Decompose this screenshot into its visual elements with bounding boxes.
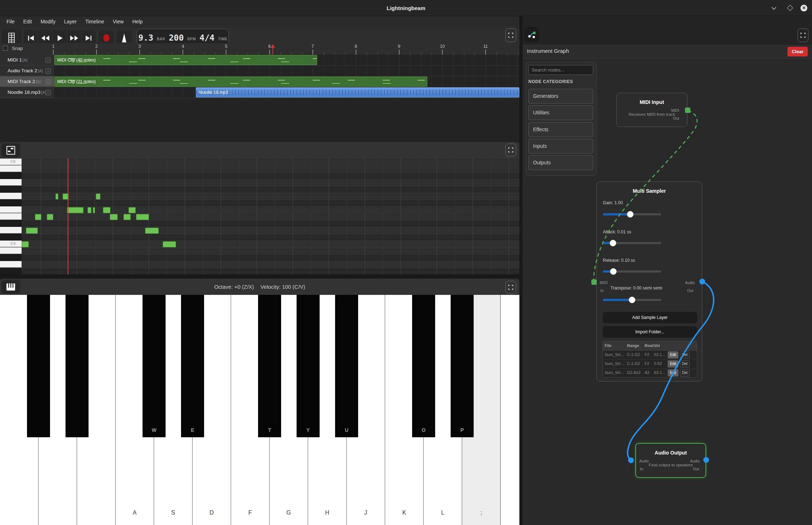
roll-key-B3[interactable] bbox=[0, 247, 22, 254]
delete-sample-button[interactable]: Del bbox=[680, 369, 690, 376]
midi-note[interactable] bbox=[47, 214, 53, 220]
track-minus-button[interactable]: - bbox=[45, 90, 51, 95]
transpose-slider[interactable] bbox=[603, 299, 661, 301]
release-slider[interactable] bbox=[603, 270, 661, 273]
roll-key-F4[interactable] bbox=[0, 206, 22, 213]
piano-roll-fullscreen-button[interactable] bbox=[505, 143, 516, 156]
midi-note[interactable] bbox=[55, 193, 58, 200]
midi-note[interactable] bbox=[26, 228, 38, 234]
roll-playhead[interactable] bbox=[68, 158, 68, 274]
black-key-P[interactable]: P bbox=[451, 295, 474, 437]
roll-key-C4[interactable]: C4 bbox=[0, 241, 22, 247]
roll-key-G4[interactable] bbox=[0, 193, 22, 199]
roll-key-A#4[interactable] bbox=[0, 172, 22, 179]
menu-item-file[interactable]: File bbox=[6, 19, 15, 24]
black-key-Y[interactable]: Y bbox=[297, 295, 320, 437]
menu-item-view[interactable]: View bbox=[113, 19, 123, 24]
sampler-midi-in-port[interactable] bbox=[591, 279, 597, 285]
black-key[interactable] bbox=[27, 295, 50, 437]
black-key-E[interactable]: E bbox=[181, 295, 204, 437]
midi-note[interactable] bbox=[123, 214, 131, 220]
midi-note[interactable] bbox=[128, 207, 136, 213]
roll-key-A3[interactable] bbox=[0, 261, 22, 268]
roll-key-E4[interactable] bbox=[0, 213, 22, 220]
track-minus-button[interactable]: - bbox=[45, 58, 51, 63]
piano-roll[interactable]: C5C4 bbox=[0, 158, 519, 274]
timeline-fullscreen-button[interactable] bbox=[505, 28, 516, 42]
edit-sample-button[interactable]: Edit bbox=[668, 369, 678, 376]
black-key-T[interactable]: T bbox=[258, 295, 281, 437]
roll-key-F#4[interactable] bbox=[0, 200, 22, 206]
audio-output-in-port[interactable] bbox=[628, 457, 634, 463]
snap-checkbox[interactable] bbox=[3, 46, 8, 51]
add-sample-layer-button[interactable]: Add Sample Layer bbox=[603, 312, 697, 323]
timeline-tracks-area[interactable]: MIDI 1[A]-Audio Track 2[A]-MIDI Track 2[… bbox=[0, 55, 519, 142]
black-key[interactable] bbox=[66, 295, 89, 437]
menu-item-modify[interactable]: Modify bbox=[41, 19, 55, 24]
midi-note[interactable] bbox=[145, 228, 159, 234]
roll-key-D#4[interactable] bbox=[0, 220, 22, 227]
midi-note[interactable] bbox=[110, 214, 118, 220]
track-header-2[interactable]: Audio Track 2[A]- bbox=[0, 65, 54, 76]
midi-clip[interactable]: MIDI Clip (40 notes) bbox=[54, 55, 317, 65]
roll-key-D4[interactable] bbox=[0, 227, 22, 233]
midi-input-node[interactable]: MIDI Input Receives MIDI from track MIDI… bbox=[616, 93, 687, 127]
gain-slider[interactable] bbox=[603, 213, 661, 215]
midi-note[interactable] bbox=[67, 207, 84, 213]
keyboard-fullscreen-button[interactable] bbox=[505, 281, 516, 294]
attack-slider[interactable] bbox=[603, 242, 661, 244]
virtual-keyboard[interactable]: ASDFGHJKL;WETYUOP bbox=[0, 295, 519, 525]
category-effects[interactable]: Effects bbox=[528, 122, 593, 137]
delete-sample-button[interactable]: Del bbox=[680, 360, 690, 368]
import-folder-button[interactable]: Import Folder... bbox=[603, 326, 697, 338]
menu-item-edit[interactable]: Edit bbox=[23, 19, 32, 24]
track-header-1[interactable]: MIDI 1[A]- bbox=[0, 55, 54, 65]
search-input[interactable] bbox=[528, 65, 593, 75]
menu-item-timeline[interactable]: Timeline bbox=[85, 19, 104, 24]
menu-item-help[interactable]: Help bbox=[132, 19, 143, 24]
midi-note[interactable] bbox=[163, 241, 176, 247]
track-minus-button[interactable]: - bbox=[45, 79, 51, 85]
track-minus-button[interactable]: - bbox=[45, 68, 51, 74]
roll-key-G#3[interactable] bbox=[0, 268, 22, 274]
piano-roll-icon-button[interactable] bbox=[1, 143, 20, 157]
multi-sampler-node[interactable]: Multi Sampler Gain: 1.00 Attack: 0.01 ss… bbox=[596, 182, 702, 382]
minimize-icon[interactable] bbox=[770, 5, 777, 12]
close-icon[interactable]: ✕ bbox=[800, 5, 808, 12]
category-inputs[interactable]: Inputs bbox=[528, 139, 593, 154]
roll-key-A4[interactable] bbox=[0, 179, 22, 186]
midi-note[interactable] bbox=[93, 207, 95, 213]
roll-key-B4[interactable] bbox=[0, 165, 22, 172]
node-graph-tab-button[interactable] bbox=[524, 27, 540, 42]
midi-note[interactable] bbox=[103, 207, 110, 213]
audio-clip[interactable]: Noodle 18.mp3 bbox=[196, 87, 519, 97]
maximize-icon[interactable] bbox=[787, 5, 794, 12]
delete-sample-button[interactable]: Del bbox=[680, 351, 690, 359]
midi-note[interactable] bbox=[22, 241, 29, 247]
edit-sample-button[interactable]: Edit bbox=[668, 360, 678, 368]
category-utilities[interactable]: Utilities bbox=[528, 105, 593, 120]
audio-output-node[interactable]: Audio Output Final output to speakers Au… bbox=[635, 443, 706, 478]
edit-sample-button[interactable]: Edit bbox=[668, 351, 678, 359]
sampler-audio-out-port[interactable] bbox=[699, 279, 705, 284]
black-key-W[interactable]: W bbox=[143, 295, 166, 437]
track-header-3[interactable]: MIDI Track 2[A]- bbox=[0, 76, 54, 87]
midi-clip[interactable]: MIDI Clip (21 notes) bbox=[54, 77, 427, 87]
keyboard-icon-button[interactable] bbox=[1, 280, 20, 294]
midi-note[interactable] bbox=[35, 214, 41, 220]
category-generators[interactable]: Generators bbox=[528, 89, 593, 104]
midi-note[interactable] bbox=[136, 214, 149, 220]
track-header-4[interactable]: Noodle 18.mp3[A]- bbox=[0, 87, 54, 98]
roll-key-C5[interactable]: C5 bbox=[0, 159, 22, 165]
timeline-ruler[interactable]: 1234567891011 bbox=[0, 43, 519, 55]
audio-output-out-port[interactable] bbox=[703, 457, 709, 463]
midi-input-out-port[interactable] bbox=[685, 108, 690, 113]
midi-note[interactable] bbox=[87, 207, 91, 213]
white-key[interactable] bbox=[501, 295, 519, 525]
roll-key-G#4[interactable] bbox=[0, 186, 22, 192]
black-key-U[interactable]: U bbox=[335, 295, 358, 437]
roll-key-A#3[interactable] bbox=[0, 254, 22, 261]
category-outputs[interactable]: Outputs bbox=[528, 155, 593, 170]
black-key-O[interactable]: O bbox=[412, 295, 435, 437]
midi-note[interactable] bbox=[96, 193, 100, 200]
